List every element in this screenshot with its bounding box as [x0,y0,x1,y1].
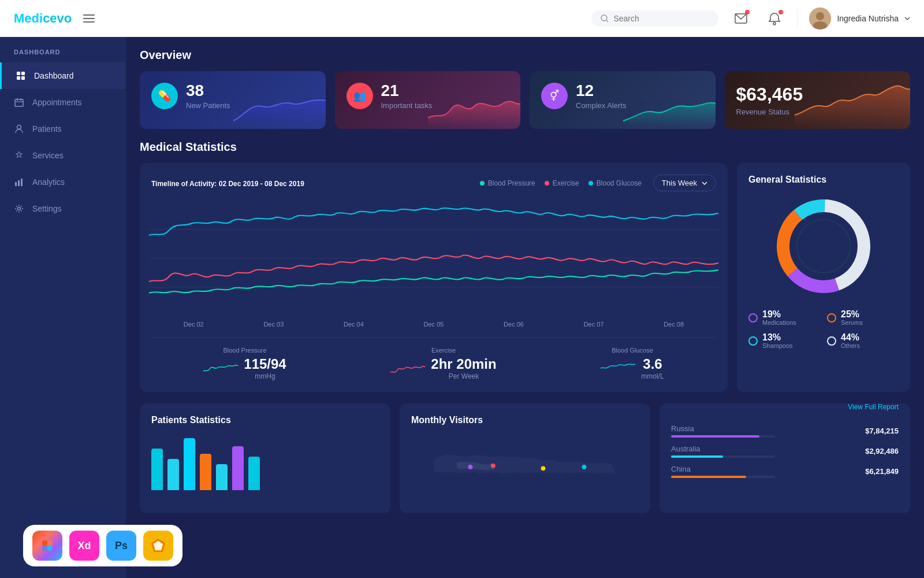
svg-rect-17 [18,180,20,186]
stat-text: 12 Complex Alerts [576,83,626,110]
visitor-row-russia: Russia $7,84,215 [671,424,899,438]
stat-number: 21 [381,83,433,99]
user-profile[interactable]: Ingredia Nutrisha [809,8,910,29]
stat-label: New Patients [186,101,230,110]
search-input[interactable] [613,14,709,23]
svg-point-30 [541,466,546,470]
photoshop-icon[interactable]: Ps [106,531,136,561]
world-map [411,432,639,502]
sidebar-item-label: Dashboard [34,71,74,80]
logo-part2: cevo [43,11,72,25]
stat-card-content: 👥 21 Important tasks [346,83,509,110]
notification-badge [778,10,783,14]
donut-chart [772,194,875,298]
chart-x-axis: Dec 02 Dec 03 Dec 04 Dec 05 Dec 06 Dec 0… [151,321,716,328]
hamburger-menu[interactable] [83,14,95,23]
visitor-row-china: China $6,21,849 [671,465,899,478]
svg-point-15 [17,125,21,129]
chart-timeline: Timeline of Activity: 02 Dec 2019 - 08 D… [151,180,304,188]
monthly-visitors-card: Monthly Visitors [400,403,650,513]
sketch-icon[interactable] [143,531,173,561]
dashboard-icon [16,71,26,81]
stat-card-content: 💊 38 New Patients [151,83,314,110]
stat-card-tasks: 👥 21 Important tasks [335,71,521,129]
legend-circle-medications [748,313,758,323]
stat-card-new-patients: 💊 38 New Patients [140,71,326,129]
topbar: Medicevo Ingredia Nutrisha [0,0,924,37]
stat-card-content: ⚥ 12 Complex Alerts [541,83,704,110]
x-label: Dec 06 [504,321,524,328]
sidebar-item-dashboard[interactable]: Dashboard [0,62,126,89]
stat-text: 21 Important tasks [381,83,433,110]
stat-label: Complex Alerts [576,101,626,110]
avatar [809,8,831,29]
svg-rect-34 [47,540,53,546]
x-label: Dec 02 [184,321,204,328]
this-week-dropdown[interactable]: This Week [653,175,716,191]
svg-rect-18 [21,179,23,186]
legend-dot-exercise [545,181,549,186]
search-box[interactable] [591,10,718,27]
user-name: Ingredia Nutrisha [837,14,899,23]
sidebar-item-label: Services [32,151,64,160]
sparkline-bp [203,360,238,377]
overview-grid: 💊 38 New Patients 👥 [140,71,910,129]
stat-label: Important tasks [381,101,433,110]
mini-chart-revenue [795,80,910,129]
sparkline-glucose [601,360,635,377]
svg-line-1 [606,20,608,22]
legend-glucose: Blood Glucose [588,179,642,187]
progress-fill [671,455,723,458]
medical-stats-title: Medical Statistics [140,140,910,154]
progress-fill [671,435,759,438]
legend-circle-serums [827,313,836,323]
divider [797,8,798,29]
svg-rect-37 [42,546,47,551]
overview-title: Overview [140,49,910,62]
svg-point-5 [816,12,824,20]
services-icon [14,150,24,161]
search-icon [601,14,609,23]
bar-chart [151,432,379,490]
notification-button[interactable] [763,8,785,29]
mail-button[interactable] [730,8,752,29]
new-patients-icon: 💊 [151,83,178,109]
general-stats-title: General Statistics [748,175,899,185]
tools-bar: Xd Ps [23,525,182,566]
tasks-icon: 👥 [346,83,373,109]
logo-part1: Medi [14,11,43,25]
svg-point-19 [18,208,21,210]
stats-section: Timeline of Activity: 02 Dec 2019 - 08 D… [140,163,910,392]
sidebar-item-appointments[interactable]: Appointments [0,89,126,116]
legend-exercise: Exercise [545,179,579,187]
adobe-xd-icon[interactable]: Xd [69,531,99,561]
svg-point-36 [47,546,53,551]
progress-fill [671,476,746,478]
svg-rect-33 [42,540,47,546]
monthly-visitors-title: Monthly Visitors [411,415,639,425]
sidebar-item-label: Patients [32,124,62,134]
figma-icon[interactable] [32,531,62,561]
sparkline-exercise [390,360,425,377]
view-full-report-link[interactable]: View Full Report [848,403,899,411]
visitor-report-card: View Full Report Russia $7,84,215 Austra… [660,403,910,513]
progress-bar [671,455,775,458]
topbar-right: Ingredia Nutrisha [591,8,910,29]
patients-stats-card: Patients Statistics [140,403,390,513]
stats-legend: 19% Medications 25% Serums [748,310,899,349]
patients-icon [14,124,24,134]
stat-card-alerts: ⚥ 12 Complex Alerts [530,71,716,129]
sidebar-item-services[interactable]: Services [0,142,126,169]
x-label: Dec 07 [584,321,604,328]
sidebar-item-label: Appointments [32,98,82,107]
legend-circle-others [827,336,836,346]
svg-point-32 [468,465,473,469]
legend-medications: 19% Medications [748,310,820,326]
sidebar-item-patients[interactable]: Patients [0,116,126,142]
revenue-card: $63,465 Revenue Status [725,71,911,129]
sidebar-item-label: Analytics [32,177,65,187]
sidebar-item-analytics[interactable]: Analytics [0,169,126,195]
x-label: Dec 05 [424,321,444,328]
sidebar-item-settings[interactable]: Settings [0,195,126,222]
stat-text: 38 New Patients [186,83,230,110]
